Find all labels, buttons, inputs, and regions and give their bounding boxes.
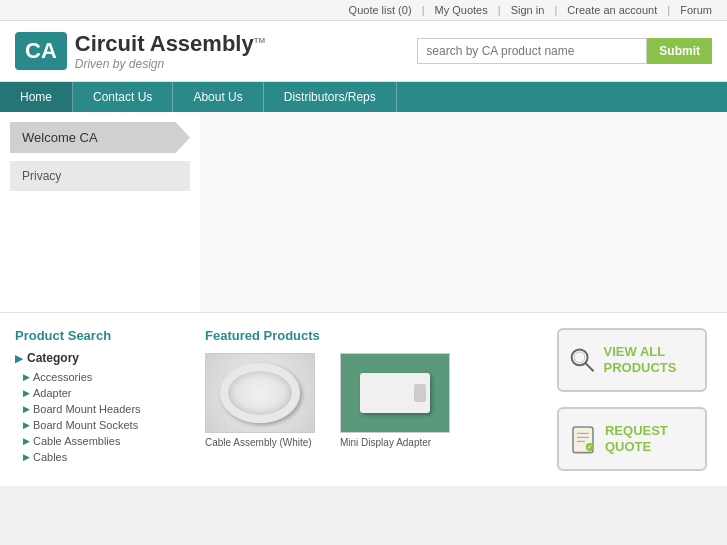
trademark: TM xyxy=(254,36,266,45)
content-wrapper: Welcome CA Privacy xyxy=(0,112,727,312)
sign-in-link[interactable]: Sign in xyxy=(511,4,545,16)
nav-bar: Home Contact Us About Us Distributors/Re… xyxy=(0,82,727,112)
view-all-label: VIEW ALL PRODUCTS xyxy=(604,344,695,375)
svg-point-2 xyxy=(574,352,585,363)
svg-line-1 xyxy=(586,363,594,371)
view-all-button[interactable]: VIEW ALL PRODUCTS xyxy=(557,328,707,392)
sidebar-left: Welcome CA Privacy xyxy=(0,112,200,312)
sep1: | xyxy=(422,4,425,16)
svg-text:✓: ✓ xyxy=(587,444,592,450)
product-search-col: Product Search ▶ Category ▶ Accessories … xyxy=(15,328,185,471)
category-label: ▶ Category xyxy=(15,351,185,365)
search-button[interactable]: Submit xyxy=(647,38,712,64)
nav-about[interactable]: About Us xyxy=(173,82,263,112)
logo-letters: CA xyxy=(25,38,57,64)
category-board-mount-headers[interactable]: ▶ Board Mount Headers xyxy=(15,401,185,417)
tagline: Driven by design xyxy=(75,57,265,71)
bullet-icon: ▶ xyxy=(23,420,30,430)
welcome-banner: Welcome CA xyxy=(10,122,190,153)
bullet-icon: ▶ xyxy=(23,404,30,414)
search-input[interactable] xyxy=(417,38,647,64)
category-cable-assemblies[interactable]: ▶ Cable Assemblies xyxy=(15,433,185,449)
product-image-adapter xyxy=(340,353,450,433)
adapter-port-icon xyxy=(414,384,426,402)
cable-coil-icon xyxy=(220,363,300,423)
featured-products-grid: Cable Assembly (White) Mini Display Adap… xyxy=(205,353,532,448)
category-arrow-icon: ▶ xyxy=(15,353,23,364)
category-accessories[interactable]: ▶ Accessories xyxy=(15,369,185,385)
category-adapter[interactable]: ▶ Adapter xyxy=(15,385,185,401)
request-quote-label: REQUEST QUOTE xyxy=(605,423,695,454)
category-cables[interactable]: ▶ Cables xyxy=(15,449,185,465)
nav-distributors[interactable]: Distributors/Reps xyxy=(264,82,397,112)
sep3: | xyxy=(554,4,557,16)
create-account-link[interactable]: Create an account xyxy=(567,4,657,16)
nav-contact[interactable]: Contact Us xyxy=(73,82,173,112)
bullet-icon: ▶ xyxy=(23,388,30,398)
logo-box: CA xyxy=(15,32,67,70)
product-card-cable[interactable]: Cable Assembly (White) xyxy=(205,353,325,448)
product-name-adapter: Mini Display Adapter xyxy=(340,437,460,448)
logo-area: CA Circuit AssemblyTM Driven by design xyxy=(15,31,265,71)
product-search-title: Product Search xyxy=(15,328,185,343)
top-bar: Quote list (0) | My Quotes | Sign in | C… xyxy=(0,0,727,21)
search-area: Submit xyxy=(417,38,712,64)
adapter-shape-icon xyxy=(360,373,430,413)
logo-text-area: Circuit AssemblyTM Driven by design xyxy=(75,31,265,71)
bullet-icon: ▶ xyxy=(23,452,30,462)
quote-list-link[interactable]: Quote list (0) xyxy=(349,4,412,16)
category-board-mount-sockets[interactable]: ▶ Board Mount Sockets xyxy=(15,417,185,433)
scroll-icon: ✓ xyxy=(569,419,597,459)
product-name-cable: Cable Assembly (White) xyxy=(205,437,325,448)
request-quote-button[interactable]: ✓ REQUEST QUOTE xyxy=(557,407,707,471)
product-card-adapter[interactable]: Mini Display Adapter xyxy=(340,353,460,448)
bottom-section: Product Search ▶ Category ▶ Accessories … xyxy=(0,312,727,486)
cta-col: VIEW ALL PRODUCTS ✓ REQUEST QUOTE xyxy=(552,328,712,471)
magnifier-icon xyxy=(569,340,596,380)
product-image-cable xyxy=(205,353,315,433)
forum-link[interactable]: Forum xyxy=(680,4,712,16)
featured-title: Featured Products xyxy=(205,328,532,343)
bullet-icon: ▶ xyxy=(23,372,30,382)
header: CA Circuit AssemblyTM Driven by design S… xyxy=(0,21,727,82)
main-content xyxy=(200,112,727,312)
nav-home[interactable]: Home xyxy=(0,82,73,112)
bullet-icon: ▶ xyxy=(23,436,30,446)
my-quotes-link[interactable]: My Quotes xyxy=(435,4,488,16)
sep4: | xyxy=(667,4,670,16)
sep2: | xyxy=(498,4,501,16)
featured-col: Featured Products Cable Assembly (White)… xyxy=(205,328,532,471)
brand-name: Circuit AssemblyTM xyxy=(75,31,265,57)
privacy-banner[interactable]: Privacy xyxy=(10,161,190,191)
